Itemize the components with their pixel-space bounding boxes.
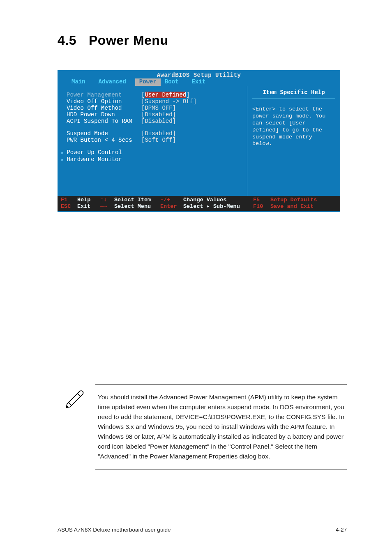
tab-main[interactable]: Main bbox=[67, 78, 95, 86]
pencil-icon bbox=[60, 385, 90, 409]
key-f10: F10 bbox=[253, 203, 270, 210]
val-power-management: User Defined bbox=[145, 92, 186, 98]
bios-left-panel: Power Management [User Defined] Video Of… bbox=[58, 86, 247, 196]
val-suspend-mode: [Disabled] bbox=[141, 130, 176, 137]
lbl-help: Help bbox=[77, 197, 100, 203]
key-f1: F1 bbox=[61, 197, 77, 203]
bios-screenshot: AwardBIOS Setup Utility Main Advanced Po… bbox=[58, 70, 340, 212]
note-block: You should install the Advanced Power Ma… bbox=[60, 385, 347, 470]
lbl-change-values: Change Values bbox=[183, 197, 253, 203]
key-esc: ESC bbox=[61, 203, 77, 210]
help-body: <Enter> to select the power saving mode.… bbox=[252, 106, 335, 147]
val-acpi-suspend: [Disabled] bbox=[141, 118, 176, 124]
lbl-select-sub: Select ▸ Sub-Menu bbox=[183, 203, 253, 210]
row-video-off-method[interactable]: Video Off Method [DPMS OFF] bbox=[61, 105, 243, 111]
tab-boot[interactable]: Boot bbox=[161, 78, 188, 86]
triangle-icon: ▸ bbox=[61, 156, 67, 163]
label-acpi-suspend: ACPI Suspend To RAM bbox=[61, 118, 141, 124]
lbl-select-item: Select Item bbox=[114, 197, 160, 203]
note-text: You should install the Advanced Power Ma… bbox=[95, 385, 347, 470]
label-power-management: Power Management bbox=[61, 92, 141, 98]
triangle-icon: ▸ bbox=[61, 149, 67, 156]
lbl-save-exit: Save and Exit bbox=[270, 203, 337, 210]
lbl-setup-defaults: Setup Defaults bbox=[270, 197, 337, 203]
key-enter: Enter bbox=[160, 203, 183, 210]
bios-title: AwardBIOS Setup Utility bbox=[58, 70, 340, 78]
label-hardware-monitor: Hardware Monitor bbox=[67, 156, 122, 163]
bios-tabs: Main Advanced Power Boot Exit bbox=[58, 78, 340, 86]
label-video-off-option: Video Off Option bbox=[61, 98, 141, 105]
bios-help-panel: Item Specific Help <Enter> to select the… bbox=[247, 86, 340, 196]
key-f5: F5 bbox=[253, 197, 270, 203]
val-video-off-method: [DPMS OFF] bbox=[141, 105, 176, 111]
row-video-off-option[interactable]: Video Off Option [Suspend -> Off] bbox=[61, 98, 243, 105]
label-power-up-control: Power Up Control bbox=[67, 149, 122, 156]
submenu-power-up-control[interactable]: ▸Power Up Control bbox=[61, 149, 243, 156]
val-pwr-button: [Soft Off] bbox=[141, 137, 176, 143]
lbl-select-menu: Select Menu bbox=[114, 203, 160, 210]
heading-text: Power Menu bbox=[89, 33, 168, 48]
row-hdd-power-down[interactable]: HDD Power Down [Disabled] bbox=[61, 111, 243, 118]
page-footer: ASUS A7N8X Deluxe motherboard user guide… bbox=[58, 527, 347, 533]
tab-power[interactable]: Power bbox=[135, 78, 161, 86]
lbl-exit: Exit bbox=[77, 203, 100, 210]
label-video-off-method: Video Off Method bbox=[61, 105, 141, 111]
tab-exit[interactable]: Exit bbox=[187, 78, 214, 86]
row-suspend-mode[interactable]: Suspend Mode [Disabled] bbox=[61, 130, 243, 137]
key-minus-plus: -/+ bbox=[160, 197, 183, 203]
label-pwr-button: PWR Button < 4 Secs bbox=[61, 137, 141, 143]
help-title: Item Specific Help bbox=[252, 89, 335, 99]
tab-advanced[interactable]: Advanced bbox=[95, 78, 135, 86]
key-arrows-v: ↑↓ bbox=[100, 197, 114, 203]
section-heading: 4.5Power Menu bbox=[58, 33, 347, 48]
footer-left: ASUS A7N8X Deluxe motherboard user guide bbox=[58, 527, 171, 533]
bios-footer: F1 ESC Help Exit ↑↓ ←→ Select Item Selec… bbox=[58, 196, 340, 211]
row-acpi-suspend[interactable]: ACPI Suspend To RAM [Disabled] bbox=[61, 118, 243, 124]
footer-right: 4-27 bbox=[336, 527, 347, 533]
label-hdd-power-down: HDD Power Down bbox=[61, 111, 141, 118]
val-video-off-option: [Suspend -> Off] bbox=[141, 98, 196, 105]
submenu-hardware-monitor[interactable]: ▸Hardware Monitor bbox=[61, 156, 243, 163]
heading-number: 4.5 bbox=[58, 33, 76, 48]
key-arrows-h: ←→ bbox=[100, 203, 114, 210]
label-suspend-mode: Suspend Mode bbox=[61, 130, 141, 137]
row-pwr-button[interactable]: PWR Button < 4 Secs [Soft Off] bbox=[61, 137, 243, 143]
row-power-management[interactable]: Power Management [User Defined] bbox=[61, 92, 243, 98]
val-hdd-power-down: [Disabled] bbox=[141, 111, 176, 118]
